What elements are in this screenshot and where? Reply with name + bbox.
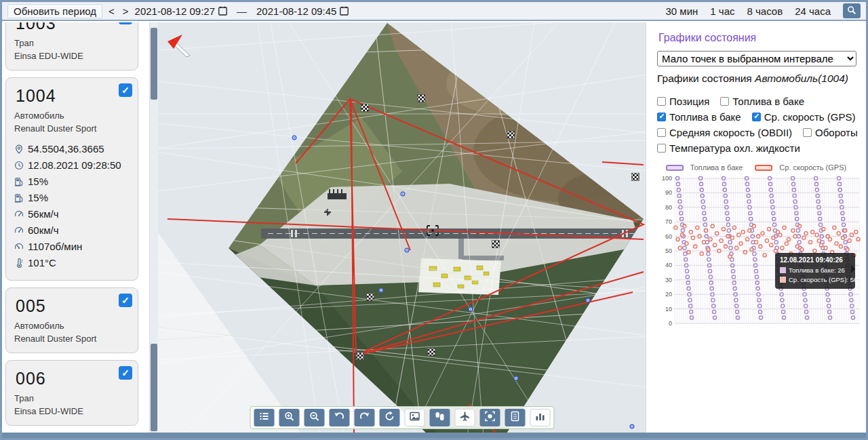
chart-button[interactable] bbox=[530, 409, 550, 426]
checkered-flag-marker[interactable] bbox=[632, 174, 639, 181]
report-icon bbox=[509, 411, 520, 424]
checkbox-icon[interactable] bbox=[752, 113, 761, 121]
checkered-flag-marker[interactable] bbox=[492, 241, 500, 248]
status-charts-title[interactable]: Графики состояния bbox=[658, 32, 861, 44]
metric-checkbox-топлива-в-баке[interactable]: Топлива в баке bbox=[720, 96, 804, 107]
metric-checkbox-обороты[interactable]: Обороты bbox=[803, 127, 858, 138]
checkbox-icon[interactable] bbox=[657, 144, 666, 153]
vehicle-card[interactable]: ✓005АвтомобильRenault Duster Sport bbox=[5, 287, 138, 353]
vehicle-model: Renault Duster Sport bbox=[14, 123, 130, 136]
metric-checkbox-топлива-в-баке[interactable]: Топлива в баке bbox=[657, 111, 741, 123]
list-icon bbox=[258, 411, 269, 424]
metric-label: Топлива в баке bbox=[732, 96, 804, 107]
vehicle-stat-value: 60км/ч bbox=[28, 224, 59, 236]
next-period-button[interactable]: > bbox=[121, 5, 131, 17]
prev-period-button[interactable]: < bbox=[106, 5, 117, 17]
vehicle-stat-value: 101°C bbox=[28, 257, 56, 268]
zoom-out-icon bbox=[309, 411, 319, 424]
vehicle-stat-value: 1107об/мин bbox=[28, 241, 82, 252]
search-button[interactable] bbox=[843, 3, 861, 18]
vehicle-type: Автомобиль bbox=[14, 320, 130, 333]
checkbox-icon[interactable] bbox=[657, 128, 666, 137]
date-from-input[interactable]: 2021-08-12 09:27 bbox=[135, 5, 227, 17]
vehicle-card[interactable]: ✓1004АвтомобильRenault Duster Sport54.55… bbox=[5, 77, 138, 281]
checkered-flag-marker[interactable] bbox=[507, 132, 515, 139]
list-button[interactable] bbox=[254, 409, 274, 426]
svg-text:20: 20 bbox=[665, 291, 672, 298]
metric-label: Температура охл. жидкости bbox=[669, 142, 800, 154]
redo-button[interactable] bbox=[354, 409, 374, 426]
checkbox-icon[interactable] bbox=[657, 113, 666, 121]
vehicle-id: 006 bbox=[16, 369, 130, 388]
tooltip-swatch bbox=[780, 277, 786, 283]
clock-icon bbox=[14, 161, 24, 170]
vehicle-checkbox[interactable]: ✓ bbox=[119, 83, 132, 97]
markers-icon bbox=[434, 411, 445, 424]
vehicle-checkbox[interactable]: ✓ bbox=[119, 22, 132, 24]
checkered-flag-marker[interactable] bbox=[361, 104, 369, 112]
calendar-icon[interactable] bbox=[218, 6, 227, 16]
vehicle-stat-value: 15% bbox=[28, 192, 48, 203]
range-8hours-button[interactable]: 8 часов bbox=[743, 5, 787, 17]
vehicle-checkbox[interactable]: ✓ bbox=[119, 366, 132, 380]
legend-label: Ср. скорость (GPS) bbox=[779, 163, 846, 172]
markers-button[interactable] bbox=[429, 409, 450, 426]
vehicle-type: Трап bbox=[14, 37, 130, 50]
range-24hours-button[interactable]: 24 часа bbox=[791, 5, 835, 17]
checkered-flag-marker[interactable] bbox=[428, 348, 435, 356]
metric-checkbox-средняя-скорость-obdii-[interactable]: Средняя скорость (OBDII) bbox=[657, 127, 792, 138]
undo-button[interactable] bbox=[329, 409, 349, 426]
metric-checkbox-температура-охл-жидкости[interactable]: Температура охл. жидкости bbox=[657, 142, 800, 154]
svg-text:60: 60 bbox=[665, 233, 672, 240]
fuel-pump-icon bbox=[14, 193, 24, 203]
zoom-out-button[interactable] bbox=[304, 409, 324, 426]
metric-checkbox-позиция[interactable]: Позиция bbox=[657, 96, 709, 107]
vehicle-card[interactable]: ✓1003ТрапEinsa EDU-WIDE bbox=[5, 22, 138, 71]
refresh-period-button[interactable]: Обновить период bbox=[7, 4, 102, 18]
vehicle-checkbox[interactable]: ✓ bbox=[119, 294, 132, 307]
date-to-input[interactable]: 2021-08-12 09:45 bbox=[256, 5, 349, 17]
vehicle-model: Einsa EDU-WIDE bbox=[14, 405, 130, 418]
checkbox-icon[interactable] bbox=[803, 128, 812, 137]
range-1hour-button[interactable]: 1 час bbox=[706, 5, 738, 17]
zoom-in-button[interactable] bbox=[279, 409, 299, 426]
map-area[interactable] bbox=[158, 22, 646, 433]
calendar-icon[interactable] bbox=[340, 6, 349, 16]
checkered-flag-marker[interactable] bbox=[367, 294, 374, 301]
tooltip-row: Ср. скорость (GPS): 56 bbox=[780, 276, 850, 283]
undo-icon bbox=[334, 411, 344, 424]
plane-button[interactable] bbox=[454, 409, 475, 426]
checkered-flag-marker[interactable] bbox=[418, 95, 425, 102]
checkbox-icon[interactable] bbox=[720, 97, 729, 106]
tooltip-value: Ср. скорость (GPS): 56 bbox=[789, 276, 857, 283]
range-30min-button[interactable]: 30 мин bbox=[661, 5, 702, 17]
vehicle-stat: 60км/ч bbox=[14, 224, 130, 236]
report-button[interactable] bbox=[505, 409, 525, 426]
vehicle-stat-value: 15% bbox=[28, 176, 48, 187]
metric-checkbox-ср-скорость-gps-[interactable]: Ср. скорость (GPS) bbox=[752, 111, 856, 123]
vehicle-stat: 15% bbox=[14, 192, 130, 203]
vehicle-card[interactable]: ✓006ТрапEinsa EDU-WIDE bbox=[5, 360, 138, 426]
target-icon bbox=[484, 411, 495, 424]
status-panel: Графики состояния Мало точек в выбранном… bbox=[646, 22, 866, 433]
redo-icon bbox=[359, 411, 370, 424]
satellite-map[interactable] bbox=[158, 22, 646, 433]
vehicle-stats: 54.5504,36.366512.08.2021 09:28:5015%15%… bbox=[14, 143, 130, 268]
target-button[interactable] bbox=[479, 409, 500, 426]
scrollbar-thumb[interactable] bbox=[151, 28, 157, 100]
date-range-dash: — bbox=[231, 5, 252, 17]
image-button[interactable] bbox=[404, 409, 425, 426]
checkbox-icon[interactable] bbox=[657, 97, 666, 106]
metric-label: Средняя скорость (OBDII) bbox=[669, 127, 792, 138]
vehicle-stat: 56км/ч bbox=[14, 208, 130, 220]
zoom-in-icon bbox=[283, 411, 294, 424]
vehicle-id: 005 bbox=[16, 296, 130, 316]
sidebar-scrollbar[interactable] bbox=[149, 22, 158, 433]
scrollbar-thumb[interactable] bbox=[151, 344, 157, 431]
checkered-flag-marker[interactable] bbox=[357, 353, 364, 360]
rotate-button[interactable] bbox=[379, 409, 399, 426]
tachometer-icon bbox=[14, 242, 24, 252]
tooltip-row: Топлива в баке: 26 bbox=[780, 266, 850, 274]
chart-mode-select[interactable]: Мало точек в выбранном интервале bbox=[657, 51, 856, 66]
svg-text:10: 10 bbox=[665, 306, 672, 313]
